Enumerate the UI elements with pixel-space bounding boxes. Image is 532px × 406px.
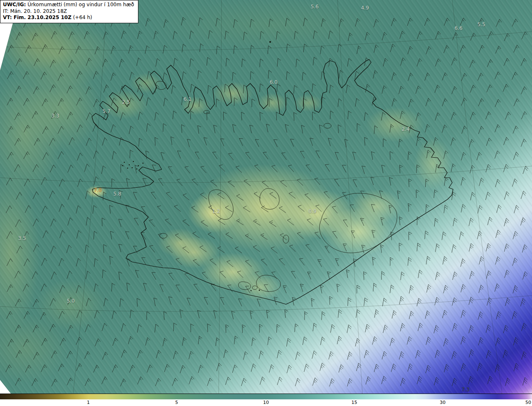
contour-value-label: 7.3 xyxy=(461,386,469,392)
valid-time: VT: Fim. 23.10.2025 10Z xyxy=(3,15,71,20)
map-info-box: UWC/IG: Úrkomumætti (mm) og vindur í 100… xyxy=(0,0,138,23)
contour-value-label: 6.1 xyxy=(183,96,191,102)
contour-value-label: 6.6 xyxy=(454,25,462,31)
colorbar-tick-5: 5 xyxy=(175,400,178,405)
contour-value-label: 5.0 xyxy=(66,298,74,304)
contour-value-label: 5.7 xyxy=(102,108,110,114)
contour-value-label: 7.0 xyxy=(94,187,101,193)
contour-value-label: 2.4 xyxy=(401,126,409,132)
colorbar-gradient xyxy=(0,394,532,399)
contour-value-label: 6.0 xyxy=(269,79,277,85)
contour-value-label: 1.2 xyxy=(212,208,220,214)
value-labels-layer: 5.64.96.65.56.06.12.55.73.32.47.05.81.20… xyxy=(0,0,532,394)
contour-value-label: 5.8 xyxy=(113,191,121,197)
colorbar-tick-15: 15 xyxy=(351,400,357,405)
product-code: UWC/IG: xyxy=(3,2,26,7)
colorbar-tick-30: 30 xyxy=(440,400,446,405)
colorbar-tick-1: 1 xyxy=(87,400,90,405)
map-area: 5.64.96.65.56.06.12.55.73.32.47.05.81.20… xyxy=(0,0,532,394)
init-time-line: IT: Mán. 20. 10. 2025 18Z xyxy=(3,8,134,15)
contour-value-label: 3.3 xyxy=(51,113,59,119)
colorbar: 1510153050 xyxy=(0,394,532,406)
colorbar-tick-50: 50 xyxy=(525,400,531,405)
info-title-line: UWC/IG: Úrkomumætti (mm) og vindur í 100… xyxy=(3,2,134,8)
contour-value-label: 0.9 xyxy=(308,208,316,214)
forecast-lead: (+64 h) xyxy=(73,15,92,20)
contour-value-label: 5.6 xyxy=(310,4,318,10)
weather-map-screenshot: 5.64.96.65.56.06.12.55.73.32.47.05.81.20… xyxy=(0,0,532,406)
contour-value-label: 4.9 xyxy=(361,5,369,11)
map-title: Úrkomumætti (mm) og vindur í 100m hæð xyxy=(27,2,134,7)
colorbar-tick-10: 10 xyxy=(263,400,269,405)
colorbar-tick-labels: 1510153050 xyxy=(0,399,532,406)
valid-time-line: VT: Fim. 23.10.2025 10Z (+64 h) xyxy=(3,15,134,21)
contour-value-label: 3.5 xyxy=(18,235,26,241)
contour-value-label: 5.5 xyxy=(477,22,485,27)
contour-value-label: 2.5 xyxy=(122,99,130,105)
